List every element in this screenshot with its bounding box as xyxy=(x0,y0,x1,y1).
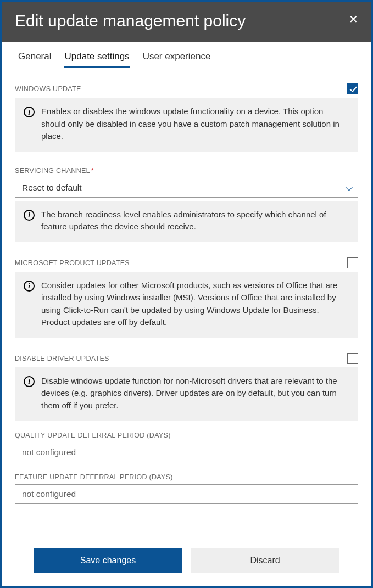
dialog-content: General Update settings User experience … xyxy=(2,42,371,537)
driver-updates-label: DISABLE DRIVER UPDATES xyxy=(15,355,109,362)
dialog-title: Edit update management policy xyxy=(15,12,246,30)
dialog-header: Edit update management policy ✕ xyxy=(2,2,371,42)
chevron-down-icon xyxy=(345,183,353,191)
info-icon: i xyxy=(24,281,35,292)
feature-deferral-input[interactable]: not configured xyxy=(15,484,358,504)
discard-button[interactable]: Discard xyxy=(191,548,339,573)
section-quality-deferral: QUALITY UPDATE DEFERRAL PERIOD (DAYS) no… xyxy=(15,432,358,462)
product-updates-checkbox[interactable] xyxy=(347,257,358,268)
driver-updates-checkbox[interactable] xyxy=(347,353,358,364)
section-product-updates: MICROSOFT PRODUCT UPDATES i Consider upd… xyxy=(15,257,358,338)
servicing-channel-label-text: SERVICING CHANNEL xyxy=(15,167,90,175)
windows-update-checkbox[interactable] xyxy=(347,83,358,94)
dialog-footer: Save changes Discard xyxy=(2,537,371,586)
product-updates-label: MICROSOFT PRODUCT UPDATES xyxy=(15,259,130,267)
tab-user-experience[interactable]: User experience xyxy=(143,51,211,68)
product-updates-info-text: Consider updates for other Microsoft pro… xyxy=(41,279,349,329)
windows-update-info: i Enables or disables the windows update… xyxy=(15,98,358,152)
close-icon[interactable]: ✕ xyxy=(349,12,358,25)
servicing-channel-label: SERVICING CHANNEL* xyxy=(15,167,94,175)
section-servicing-channel: SERVICING CHANNEL* Reset to default i Th… xyxy=(15,167,358,242)
feature-deferral-label: FEATURE UPDATE DEFERRAL PERIOD (DAYS) xyxy=(15,473,173,481)
driver-updates-info: i Disable windows update function for no… xyxy=(15,367,358,421)
required-asterisk: * xyxy=(91,167,94,175)
servicing-channel-info-text: The branch readiness level enables admin… xyxy=(41,209,349,233)
section-driver-updates: DISABLE DRIVER UPDATES i Disable windows… xyxy=(15,353,358,421)
quality-deferral-label: QUALITY UPDATE DEFERRAL PERIOD (DAYS) xyxy=(15,432,171,439)
info-icon: i xyxy=(24,376,35,387)
info-icon: i xyxy=(24,107,35,117)
info-icon: i xyxy=(24,210,35,221)
windows-update-label: WINDOWS UPDATE xyxy=(15,85,81,93)
windows-update-info-text: Enables or disables the windows update f… xyxy=(41,105,349,143)
section-feature-deferral: FEATURE UPDATE DEFERRAL PERIOD (DAYS) no… xyxy=(15,473,358,504)
product-updates-info: i Consider updates for other Microsoft p… xyxy=(15,272,358,338)
tab-general[interactable]: General xyxy=(18,51,51,68)
servicing-channel-select[interactable]: Reset to default xyxy=(15,178,358,198)
quality-deferral-input[interactable]: not configured xyxy=(15,443,358,462)
section-windows-update: WINDOWS UPDATE i Enables or disables the… xyxy=(15,83,358,152)
save-button[interactable]: Save changes xyxy=(34,548,182,573)
servicing-channel-info: i The branch readiness level enables adm… xyxy=(15,201,358,242)
driver-updates-info-text: Disable windows update function for non-… xyxy=(41,375,349,412)
tab-bar: General Update settings User experience xyxy=(15,42,358,68)
tab-update-settings[interactable]: Update settings xyxy=(64,51,129,68)
servicing-channel-value: Reset to default xyxy=(22,183,82,193)
